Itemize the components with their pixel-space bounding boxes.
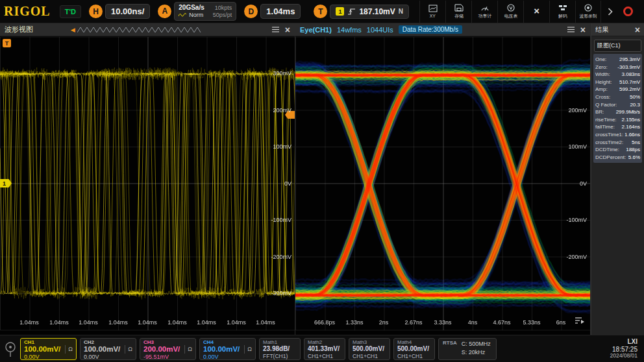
- horizontal-settings: H 10.00ns/: [89, 4, 150, 19]
- measurement-row: crossTime1:1.66ns: [595, 131, 640, 139]
- bottom-bar: CH1 100.00mV/Ω 0.00V CH2 100.00mV/Ω 0.00…: [0, 335, 644, 362]
- measurement-row: DCDPercent:5.6%: [595, 154, 640, 162]
- ch1-scale: 100.00mV/: [24, 345, 60, 354]
- lxi-badge: LXI: [610, 338, 638, 346]
- ch3-impedance: Ω: [184, 345, 192, 354]
- results-title: 结果: [595, 25, 608, 34]
- acq-mode-readout: Norm: [189, 12, 203, 19]
- channel-box-ch4[interactable]: CH4 100.00mV/Ω 0.00V: [199, 338, 256, 360]
- voltmeter-button[interactable]: 电压表: [497, 1, 523, 23]
- power-meter-icon: [480, 4, 489, 12]
- waveform-panel: 波形视图 ◀ × T 1 300mV 200mV 100mV 0V -100mV…: [0, 23, 295, 335]
- toolbar-label: 波形录制: [579, 12, 597, 18]
- toolbar-label: XY: [430, 13, 436, 18]
- delay-knob[interactable]: D: [244, 5, 258, 18]
- measurement-row: One:295.3mV: [595, 56, 640, 64]
- measurement-row: Height:510.7mV: [595, 78, 640, 86]
- storage-icon: [454, 4, 464, 12]
- rigol-ring-logo[interactable]: [623, 6, 633, 16]
- oscilloscope-screen: RIGOL T'D H 10.00ns/ A 20GSa/s 10kpts No…: [0, 0, 644, 362]
- nav-left-arrow-icon[interactable]: ◀: [71, 27, 75, 33]
- results-panel-header: 结果 ×: [591, 23, 644, 36]
- eye-close-icon[interactable]: ×: [580, 25, 586, 34]
- measurement-row: Zero:-303.9mV: [595, 64, 640, 71]
- delay-settings: D 1.04ms: [244, 4, 301, 19]
- xy-button[interactable]: XY: [419, 1, 445, 23]
- channel-box-ch1[interactable]: CH1 100.00mV/Ω 0.00V: [20, 338, 77, 360]
- toolbar-label: 电压表: [504, 12, 517, 18]
- acquisition-readout[interactable]: 20GSa/s 10kpts Norm 50ps/pt: [174, 2, 236, 21]
- eye-list-icon[interactable]: [575, 317, 585, 324]
- delay-readout[interactable]: 1.04ms: [260, 4, 301, 19]
- acquire-knob[interactable]: A: [158, 5, 171, 18]
- ch4-impedance: Ω: [244, 345, 252, 354]
- horizontal-knob[interactable]: H: [89, 5, 103, 18]
- measurement-row: riseTime:2.155ns: [595, 116, 640, 124]
- measurement-row: Q Factor:20.3: [595, 101, 640, 109]
- results-panel: 结果 × 眼图(C1) One:295.3mV Zero:-303.9mV Wi…: [591, 23, 644, 335]
- waveform-navigation-strip[interactable]: ◀: [71, 26, 202, 34]
- sample-resolution-readout: 50ps/pt: [209, 12, 232, 19]
- rtsa-center-freq: C: 500MHz: [462, 340, 491, 348]
- toolbar-label: 功率计: [478, 12, 491, 18]
- channel-box-ch3[interactable]: CH3 200.00mV/Ω -95.51mV: [140, 338, 196, 360]
- record-icon: [584, 4, 593, 12]
- measurement-row: Amp:599.2mV: [595, 86, 640, 93]
- ch2-scale: 100.00mV/: [84, 345, 120, 354]
- ch4-offset: 0.00V: [203, 354, 252, 360]
- measurement-row: Cross:50%: [595, 93, 640, 101]
- sample-rate-readout: 20GSa/s: [179, 4, 204, 12]
- eye-measure-group-title[interactable]: 眼图(C1): [594, 40, 641, 52]
- system-status: LXI 18:57:25 2024/08/01: [610, 338, 640, 359]
- waveform-close-icon[interactable]: ×: [285, 25, 290, 34]
- decode-button[interactable]: 解码: [549, 1, 575, 23]
- decode-icon: [558, 4, 567, 12]
- probe-connector-icon[interactable]: [4, 340, 17, 358]
- ch2-offset: 0.00V: [84, 354, 132, 360]
- voltmeter-icon: [506, 4, 515, 12]
- trigger-position-marker[interactable]: T: [3, 39, 11, 47]
- waveform-panel-title: 波形视图: [5, 25, 33, 34]
- trigger-readout[interactable]: 1 187.10mV N: [330, 5, 409, 19]
- toolbar-expand-button[interactable]: [608, 8, 613, 16]
- eye-panel-header: Eye(CH1) 14wfms 1044UIs Data Rate:300Mb/…: [295, 23, 590, 36]
- timebase-readout[interactable]: 10.00ns/: [105, 4, 150, 19]
- ch2-impedance: Ω: [125, 345, 132, 354]
- measurement-row: DCDTime:188ps: [595, 146, 640, 154]
- eye-panel-title: Eye(CH1): [300, 26, 332, 34]
- results-close-icon[interactable]: ×: [635, 25, 640, 34]
- eye-menu-icon[interactable]: [567, 26, 575, 33]
- rtsa-box[interactable]: RTSA C: 500MHz S: 20kHz: [438, 338, 497, 360]
- trigger-status-badge: T'D: [60, 5, 81, 18]
- ch4-scale: 100.00mV/: [203, 345, 240, 354]
- channel-box-ch2[interactable]: CH2 100.00mV/Ω 0.00V: [80, 338, 136, 360]
- power-meter-button[interactable]: 功率计: [471, 1, 497, 23]
- waveform-menu-icon[interactable]: [271, 26, 280, 33]
- waveform-canvas: [0, 36, 295, 332]
- measurement-row: crossTime2:5ns: [595, 139, 640, 147]
- rigol-logo: RIGOL: [4, 4, 51, 19]
- main-area: 波形视图 ◀ × T 1 300mV 200mV 100mV 0V -100mV…: [0, 23, 644, 335]
- chevron-right-icon: [608, 8, 613, 16]
- measurement-row: Width:3.083ns: [595, 71, 640, 78]
- waveform-record-button[interactable]: 波形录制: [575, 1, 601, 23]
- trigger-source-badge: 1: [336, 7, 344, 16]
- acquisition-settings: A 20GSa/s 10kpts Norm 50ps/pt: [158, 2, 236, 21]
- math-box-math1[interactable]: Math1 23.98dB/ FFT(CH1): [259, 338, 301, 360]
- math-box-math3[interactable]: Math3 500.00mV/ CH1+CH1: [349, 338, 390, 360]
- memory-depth-readout: 10kpts: [211, 5, 232, 12]
- math-box-math4[interactable]: Math4 500.00mV/ CH1+CH1: [393, 338, 435, 360]
- toolbar: XY 存储 功率计 电压表 × 解码: [419, 1, 601, 23]
- ch1-impedance: Ω: [65, 345, 73, 354]
- measurement-row: fallTime:2.164ns: [595, 123, 640, 131]
- toolbar-label: 存储: [454, 12, 464, 18]
- acq-waveform-icon: [179, 12, 186, 18]
- math-x-icon: ×: [534, 7, 539, 15]
- math-x-button[interactable]: ×: [523, 1, 549, 23]
- trigger-knob[interactable]: T: [314, 5, 327, 18]
- eye-data-rate-badge: Data Rate:300Mb/s: [399, 25, 462, 34]
- ch3-scale: 200.00mV/: [143, 345, 180, 354]
- storage-button[interactable]: 存储: [445, 1, 471, 23]
- xy-icon: [428, 5, 438, 12]
- math-box-math2[interactable]: Math2 401.33mV/ CH1+CH1: [304, 338, 345, 360]
